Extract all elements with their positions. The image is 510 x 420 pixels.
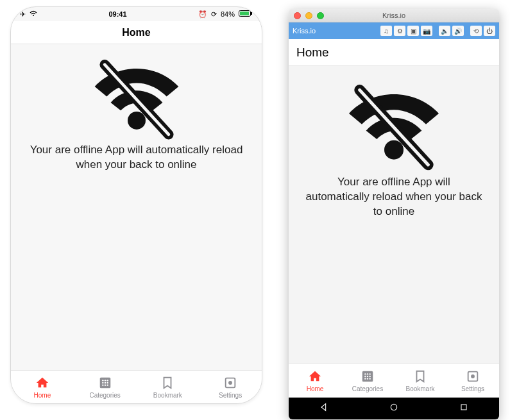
emulator-label: Kriss.io (293, 27, 316, 35)
svg-point-10 (106, 380, 108, 381)
nav-recents-button[interactable] (459, 402, 469, 415)
headphones-button[interactable]: ♫ (380, 26, 392, 36)
android-screen-content: Your are offline App will automatically … (289, 66, 499, 363)
svg-point-4 (128, 112, 146, 130)
offline-message: Your are offline App will automatically … (11, 143, 262, 172)
rotation-lock-icon: ⟳ (211, 10, 217, 19)
svg-point-12 (104, 382, 105, 383)
video-button[interactable]: ▣ (407, 26, 419, 36)
grid-icon (361, 369, 375, 385)
svg-point-27 (367, 375, 368, 376)
svg-point-28 (369, 375, 370, 376)
tab-label: Settings (219, 392, 242, 399)
svg-rect-3 (251, 12, 252, 15)
tab-label: Categories (89, 392, 120, 399)
airplane-icon: ✈ (20, 10, 26, 19)
status-time: 09:41 (108, 10, 126, 18)
tab-home[interactable]: Home (11, 371, 74, 403)
emulator-toolbar: Kriss.io ♫ ⚙ ▣ 📷 🔈 🔊 ⟲ ⏻ (289, 22, 499, 39)
tab-categories[interactable]: Categories (74, 371, 137, 403)
mac-titlebar: Kriss.io (289, 9, 499, 22)
svg-point-34 (391, 404, 396, 410)
page-title-text: Home (122, 27, 150, 38)
ios-phone-frame: ✈ 09:41 ⏰ ⟳ 84% Home Your (10, 6, 262, 404)
svg-point-26 (364, 375, 366, 376)
grid-icon (98, 376, 112, 391)
svg-rect-35 (461, 405, 466, 410)
volume-up-button[interactable]: 🔊 (452, 26, 464, 36)
gear-icon: ⚙ (397, 28, 403, 35)
home-icon (308, 369, 322, 385)
video-icon: ▣ (411, 28, 416, 35)
mac-traffic-lights (294, 12, 324, 19)
offline-message: Your are offline App will automatically … (289, 175, 499, 219)
ios-screen-content: Your are offline App will automatically … (11, 44, 262, 370)
page-title: Home (289, 39, 499, 66)
svg-rect-2 (240, 12, 249, 15)
svg-point-18 (228, 381, 232, 385)
tab-label: Settings (461, 385, 484, 392)
rotate-icon: ⟲ (473, 28, 479, 35)
mac-emulator-window: Kriss.io Kriss.io ♫ ⚙ ▣ 📷 🔈 🔊 ⟲ ⏻ Home (289, 9, 499, 419)
tab-label: Categories (352, 385, 383, 392)
minimize-window-button[interactable] (305, 12, 312, 19)
wifi-off-icon (339, 75, 448, 171)
window-title: Kriss.io (382, 12, 405, 19)
svg-point-30 (367, 378, 368, 379)
svg-point-33 (471, 374, 475, 378)
tab-label: Home (34, 392, 51, 399)
tab-label: Bookmark (153, 392, 182, 399)
volume-down-icon: 🔈 (441, 28, 448, 35)
svg-point-24 (367, 373, 368, 374)
tab-label: Home (307, 385, 324, 392)
svg-point-23 (364, 373, 366, 374)
alarm-icon: ⏰ (198, 10, 207, 19)
svg-point-14 (102, 384, 103, 385)
gear-icon (466, 369, 480, 385)
svg-point-15 (104, 384, 105, 385)
headphones-icon: ♫ (384, 28, 389, 35)
battery-percent: 84% (221, 10, 235, 18)
tab-settings[interactable]: Settings (446, 364, 499, 398)
svg-point-19 (384, 140, 404, 160)
wifi-icon (30, 10, 37, 18)
android-navbar (289, 398, 499, 419)
battery-icon (239, 10, 253, 18)
camera-button[interactable]: 📷 (421, 26, 432, 36)
svg-point-9 (104, 380, 105, 381)
nav-back-button[interactable] (319, 402, 329, 415)
svg-point-8 (102, 380, 103, 381)
svg-point-0 (33, 15, 34, 16)
svg-point-11 (102, 382, 103, 383)
bookmark-icon (160, 376, 174, 391)
volume-up-icon: 🔊 (454, 28, 462, 35)
ios-status-bar: ✈ 09:41 ⏰ ⟳ 84% (11, 7, 262, 21)
page-title-text: Home (296, 46, 329, 60)
tab-bookmark[interactable]: Bookmark (394, 364, 446, 398)
wifi-off-icon (85, 51, 188, 140)
tab-bookmark[interactable]: Bookmark (137, 371, 200, 403)
close-window-button[interactable] (294, 12, 301, 19)
svg-point-29 (364, 378, 366, 379)
gear-icon (223, 376, 237, 391)
bookmark-icon (413, 369, 427, 385)
ios-tabbar: Home Categories Bookmark Settings (11, 370, 262, 403)
svg-point-25 (369, 373, 370, 374)
zoom-window-button[interactable] (317, 12, 324, 19)
power-button[interactable]: ⏻ (484, 26, 495, 36)
nav-home-button[interactable] (389, 402, 399, 415)
svg-point-31 (369, 378, 370, 379)
tab-settings[interactable]: Settings (199, 371, 262, 403)
page-title: Home (11, 21, 262, 44)
rotate-button[interactable]: ⟲ (470, 26, 482, 36)
tab-categories[interactable]: Categories (341, 364, 394, 398)
power-icon: ⏻ (486, 28, 493, 35)
tab-label: Bookmark (405, 385, 434, 392)
home-icon (35, 376, 49, 391)
svg-point-13 (106, 382, 108, 383)
settings-button[interactable]: ⚙ (394, 26, 405, 36)
tab-home[interactable]: Home (289, 364, 341, 398)
camera-icon: 📷 (423, 28, 430, 35)
volume-down-button[interactable]: 🔈 (439, 26, 450, 36)
svg-point-16 (106, 384, 108, 385)
